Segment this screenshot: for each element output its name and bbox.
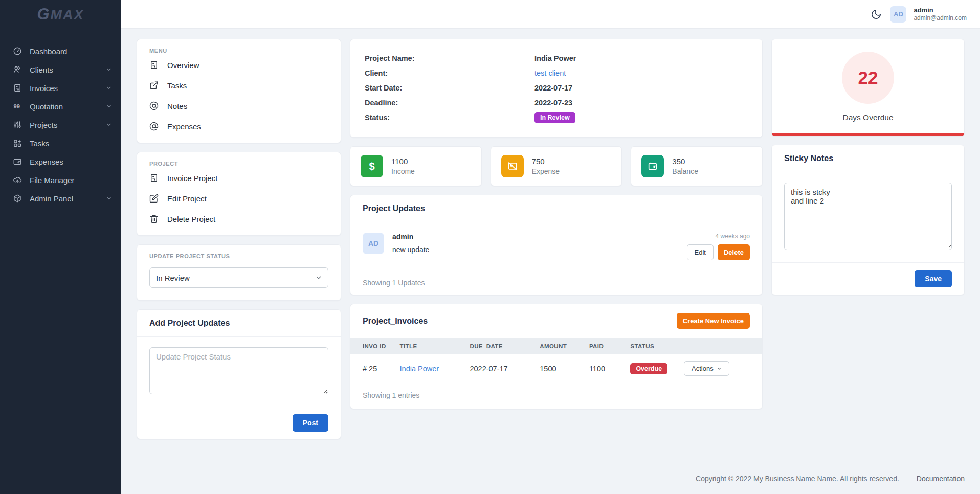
detail-row-project-name: Project Name: India Power [365, 51, 748, 65]
project-status-select[interactable]: In Review [149, 267, 328, 288]
sidebar-item-label: Dashboard [30, 47, 112, 56]
at-sign-icon [149, 101, 159, 110]
speedometer-icon [13, 47, 22, 56]
project-update-input[interactable] [149, 347, 328, 394]
tasks-grid-icon [13, 139, 22, 148]
sidebar-nav: Dashboard Clients Invoices 99 Quotation … [0, 29, 121, 208]
invoice-actions-dropdown[interactable]: Actions [684, 361, 729, 376]
main-area: AD admin admin@admin.com MENU Overview T… [121, 0, 980, 494]
overdue-label: Days Overdue [842, 113, 893, 122]
stats-row: $ 1100 Income 750 Expense 3 [350, 146, 763, 186]
menu-card-title: MENU [149, 48, 328, 54]
detail-label: Deadline: [365, 99, 534, 107]
sidebar-item-invoices[interactable]: Invoices [0, 79, 121, 97]
sidebar-item-admin-panel[interactable]: Admin Panel [0, 189, 121, 208]
money-off-icon [501, 155, 524, 177]
balance-stat-card: 350 Balance [631, 146, 763, 186]
col-actions [684, 338, 762, 354]
right-column: 22 Days Overdue Sticky Notes this is stc… [771, 39, 965, 295]
menu-item-edit-project[interactable]: Edit Project [149, 189, 328, 208]
invoice-file-icon [13, 83, 22, 93]
chevron-down-icon [106, 122, 112, 128]
sidebar-item-label: Admin Panel [30, 194, 98, 203]
overdue-circle: 22 [842, 52, 894, 104]
menu-item-tasks[interactable]: Tasks [149, 76, 328, 95]
updates-count-note: Showing 1 Updates [363, 279, 425, 287]
income-stat-card: $ 1100 Income [350, 146, 482, 186]
sidebar-item-dashboard[interactable]: Dashboard [0, 42, 121, 60]
update-timestamp: 4 weeks ago [716, 233, 750, 240]
file-text-icon [149, 60, 159, 70]
detail-label: Client: [365, 69, 534, 77]
page-footer: Copyright © 2022 My Business Name Name. … [121, 465, 980, 494]
page-content: MENU Overview Tasks Notes Expenses [121, 29, 980, 439]
menu-item-label: Invoice Project [167, 174, 217, 183]
sidebar-item-label: Tasks [30, 139, 112, 148]
middle-column: Project Name: India Power Client: test c… [350, 39, 763, 409]
detail-row-client: Client: test client [365, 65, 748, 80]
chevron-down-icon [106, 103, 112, 109]
cube-icon [13, 194, 22, 203]
invoice-title-link[interactable]: India Power [400, 365, 439, 373]
sticky-notes-title: Sticky Notes [772, 145, 964, 172]
quote-icon: 99 [13, 102, 22, 111]
sidebar-item-projects[interactable]: Projects [0, 116, 121, 134]
invoice-amount: 1500 [540, 354, 589, 383]
menu-item-label: Expenses [167, 122, 201, 131]
at-sign-icon [149, 122, 159, 131]
file-text-icon [149, 173, 159, 183]
menu-item-label: Overview [167, 61, 199, 70]
expense-label: Expense [532, 167, 560, 175]
sidebar-item-tasks[interactable]: Tasks [0, 134, 121, 152]
menu-item-label: Tasks [167, 81, 187, 90]
sidebar-item-file-manager[interactable]: File Manager [0, 171, 121, 189]
users-icon [13, 65, 22, 74]
project-invoices-card: Project_Invoices Create New Invoice INVO… [350, 304, 763, 409]
user-avatar[interactable]: AD [890, 6, 906, 23]
menu-item-delete-project[interactable]: Delete Project [149, 210, 328, 228]
client-link[interactable]: test client [534, 69, 566, 77]
menu-item-label: Edit Project [167, 194, 207, 203]
sidebar-item-clients[interactable]: Clients [0, 60, 121, 79]
col-due-date: DUE_DATE [470, 338, 540, 354]
balance-value: 350 [672, 157, 698, 166]
invoice-due-date: 2022-07-17 [470, 354, 540, 383]
documentation-link[interactable]: Documentation [917, 475, 965, 483]
menu-item-overview[interactable]: Overview [149, 56, 328, 74]
sidebar-item-expenses[interactable]: Expenses [0, 152, 121, 171]
logo-text: MAX [51, 7, 84, 23]
detail-row-status: Status: In Review [365, 110, 748, 125]
sticky-notes-card: Sticky Notes this is stcky and line 2 Sa… [771, 145, 965, 295]
save-button[interactable]: Save [915, 270, 952, 287]
menu-item-notes[interactable]: Notes [149, 97, 328, 115]
invoice-row: # 25 India Power 2022-07-17 1500 1100 Ov… [350, 354, 762, 383]
invoices-header-row: INVO ID TITLE DUE_DATE AMOUNT PAID STATU… [350, 338, 762, 354]
project-name-value: India Power [534, 54, 748, 62]
sidebar-item-label: Projects [30, 121, 98, 129]
menu-item-invoice-project[interactable]: Invoice Project [149, 169, 328, 187]
wallet-icon [13, 157, 22, 166]
logo-g: G [37, 5, 50, 23]
sidebar-item-label: File Manager [30, 176, 112, 185]
edit-update-button[interactable]: Edit [687, 244, 714, 260]
edit-pen-icon [149, 194, 159, 203]
post-button[interactable]: Post [293, 414, 328, 432]
project-details-card: Project Name: India Power Client: test c… [350, 39, 763, 138]
detail-label: Status: [365, 114, 534, 122]
trash-icon [149, 214, 159, 223]
dark-mode-toggle[interactable] [870, 8, 883, 21]
menu-item-expenses[interactable]: Expenses [149, 117, 328, 136]
app-logo[interactable]: GMAX [0, 0, 121, 29]
create-new-invoice-button[interactable]: Create New Invoice [677, 313, 750, 329]
menu-item-label: Delete Project [167, 215, 215, 223]
user-menu[interactable]: admin admin@admin.com [914, 6, 967, 22]
sticky-notes-input[interactable]: this is stcky and line 2 [784, 183, 952, 250]
sidebar-item-quotation[interactable]: 99 Quotation [0, 97, 121, 116]
chevron-down-icon [106, 85, 112, 91]
expense-stat-card: 750 Expense [491, 146, 622, 186]
sidebar: GMAX Dashboard Clients Invoices 99 Quota… [0, 0, 121, 494]
col-amount: AMOUNT [540, 338, 589, 354]
delete-update-button[interactable]: Delete [718, 244, 750, 260]
update-status-title: UPDATE PROJECT STATUS [149, 253, 328, 259]
sidebar-item-label: Expenses [30, 158, 112, 166]
